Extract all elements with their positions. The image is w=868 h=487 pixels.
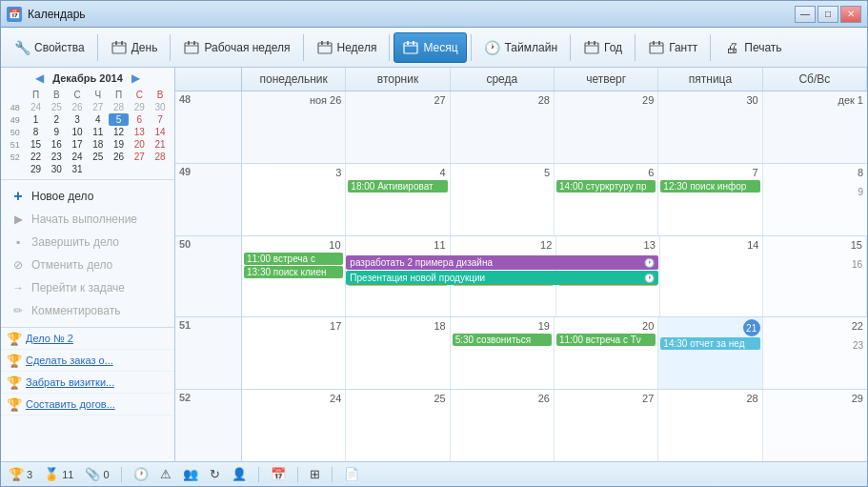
day-button[interactable]: День [102,32,167,63]
cal-day-15[interactable]: 15 16 [763,236,867,316]
mini-cal-day[interactable]: 27 [129,151,150,163]
start-action[interactable]: ▶ Начать выполнение [5,209,171,230]
task-item-3[interactable]: 🏆 Забрать визитки... [1,372,174,394]
mini-cal-day[interactable]: 4 [88,113,109,126]
mini-cal-day[interactable]: 17 [67,138,88,151]
mini-cal-day[interactable]: 12 [109,126,130,138]
cal-day-nov30[interactable]: 30 [658,91,762,163]
cal-day-22[interactable]: 22 23 [763,317,867,389]
mini-cal-day[interactable]: 31 [67,163,88,175]
properties-button[interactable]: 🔧 Свойства [5,32,93,63]
mini-cal-day[interactable]: 8 [26,126,47,138]
cal-day-20[interactable]: 20 11:00 встреча с Тν [555,317,658,389]
mini-cal-day[interactable] [109,163,130,175]
mini-cal-day[interactable]: 28 [150,151,171,163]
cal-day-19[interactable]: 19 5:30 созвониться [451,317,555,389]
mini-cal-day[interactable]: 9 [46,126,67,138]
mini-cal-day[interactable]: 14 [150,126,171,138]
mini-cal-day[interactable] [129,163,150,175]
event-structure[interactable]: 14:00 стуркртуру пр [556,180,656,193]
mini-cal-day[interactable]: 22 [26,151,47,163]
mini-cal-day[interactable]: 15 [26,138,47,151]
mini-cal-day[interactable]: 2 [46,113,67,126]
mini-cal-day[interactable]: 16 [46,138,67,151]
month-button[interactable]: Месяц [394,32,466,63]
cal-day-14[interactable]: 14 [660,236,764,316]
mini-cal-day[interactable]: 20 [129,138,150,151]
mini-cal-day[interactable]: 10 [67,126,88,138]
mini-cal-prev[interactable]: ◀ [32,71,47,85]
cal-day-27[interactable]: 27 [555,390,658,461]
event-call-19[interactable]: 5:30 созвониться [453,334,552,346]
span-event-presentation[interactable]: Презентация новой продукции 🕐 [346,271,658,285]
mini-cal-day[interactable] [150,163,171,175]
cal-day-3[interactable]: 3 [242,164,346,235]
mini-cal-day[interactable] [88,163,109,175]
mini-cal-day[interactable]: 30 [46,163,67,175]
gantt-button[interactable]: Гантт [639,32,706,63]
event-search-info[interactable]: 12:30 поиск инфор [660,180,759,193]
task-item-4[interactable]: 🏆 Составить догов... [1,394,174,416]
mini-cal-day[interactable]: 29 [26,163,47,175]
mini-cal-day[interactable]: 19 [109,138,130,151]
mini-cal-day[interactable]: 27 [88,101,109,113]
event-search-10[interactable]: 13:30 поиск клиен [244,266,343,278]
mini-cal-day[interactable]: 6 [129,113,150,126]
mini-cal-day[interactable]: 29 [129,101,150,113]
cal-day-17[interactable]: 17 [242,317,346,389]
cal-day-7[interactable]: 7 12:30 поиск инфор [658,164,762,235]
minimize-button[interactable]: — [795,6,816,23]
cal-day-10[interactable]: 10 11:00 встреча с 13:30 поиск клиен [242,236,346,316]
event-report-21[interactable]: 14:30 отчет за нед [660,337,759,350]
cal-day-nov26[interactable]: ноя 26 [242,91,346,163]
mini-cal-day[interactable]: 25 [88,151,109,163]
span-event-design[interactable]: разработать 2 примера дизайна 🕐 [346,255,658,270]
mini-cal-day[interactable]: 26 [67,101,88,113]
mini-cal-day[interactable]: 24 [67,151,88,163]
mini-cal-day[interactable]: 7 [150,113,171,126]
event-meeting-10[interactable]: 11:00 встреча с [244,253,343,265]
cal-day-8[interactable]: 8 9 [763,164,867,235]
cal-day-21[interactable]: 21 14:30 отчет за нед [658,317,762,389]
cal-day-nov29[interactable]: 29 [555,91,658,163]
cal-day-24[interactable]: 24 [242,390,346,461]
mini-cal-day[interactable]: 28 [109,101,130,113]
timeline-button[interactable]: 🕐 Таймлайн [475,32,566,63]
cal-day-nov27[interactable]: 27 [346,91,450,163]
mini-cal-day[interactable]: 3 [67,113,88,126]
event-activate[interactable]: 18:00 Активироват [348,180,447,193]
task-item-2[interactable]: 🏆 Сделать заказ о... [1,350,174,372]
mini-cal-day[interactable]: 5 [109,113,130,126]
cal-day-6[interactable]: 6 14:00 стуркртуру пр [555,164,658,235]
mini-cal-day[interactable]: 23 [46,151,67,163]
mini-cal-day[interactable]: 30 [150,101,171,113]
cal-day-25[interactable]: 25 [346,390,450,461]
cal-day-18[interactable]: 18 [346,317,450,389]
mini-cal-day[interactable]: 18 [88,138,109,151]
mini-cal-day[interactable]: 21 [150,138,171,151]
comment-action[interactable]: ✏ Комментировать [5,300,171,321]
task-item-1[interactable]: 🏆 Дело № 2 [1,328,174,350]
workweek-button[interactable]: Рабочая неделя [174,32,298,63]
cal-day-26[interactable]: 26 [451,390,555,461]
cal-day-5[interactable]: 5 [451,164,555,235]
new-task-action[interactable]: + Новое дело [5,186,171,207]
finish-action[interactable]: ▪ Завершить дело [5,232,171,253]
cal-day-4[interactable]: 4 18:00 Активироват [346,164,450,235]
mini-cal-day[interactable]: 13 [129,126,150,138]
week-button[interactable]: Неделя [308,32,386,63]
cal-day-28[interactable]: 28 [658,390,762,461]
goto-action[interactable]: → Перейти к задаче [5,277,171,298]
year-button[interactable]: Год [575,32,631,63]
event-meeting-20[interactable]: 11:00 встреча с Тν [556,334,656,346]
mini-cal-day[interactable]: 11 [88,126,109,138]
mini-cal-day[interactable]: 24 [26,101,47,113]
mini-cal-next[interactable]: ▶ [129,71,143,85]
mini-cal-day[interactable]: 26 [109,151,130,163]
cal-day-dec1[interactable]: дек 1 [763,91,867,163]
mini-cal-day[interactable]: 25 [46,101,67,113]
cancel-action[interactable]: ⊘ Отменить дело [5,254,171,275]
cal-day-29[interactable]: 29 [763,390,867,461]
close-button[interactable]: ✕ [840,6,861,23]
mini-cal-day[interactable]: 1 [26,113,47,126]
